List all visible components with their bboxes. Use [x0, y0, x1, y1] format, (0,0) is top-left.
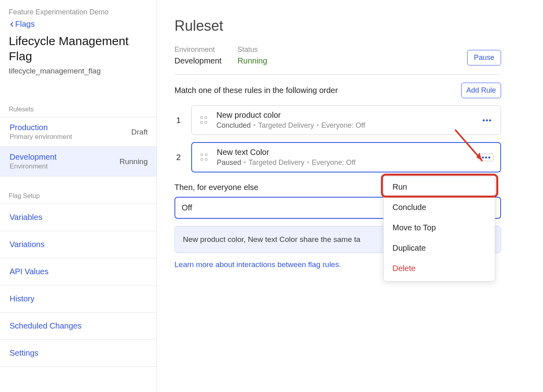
rule-index: 2: [174, 142, 182, 172]
more-icon: [482, 156, 484, 158]
drag-handle-icon[interactable]: [198, 152, 210, 162]
nav-settings[interactable]: Settings: [0, 339, 157, 367]
svg-rect-6: [201, 158, 203, 160]
ruleset-status: Draft: [131, 128, 148, 137]
rule-more-button[interactable]: [480, 117, 494, 124]
nav-api-values[interactable]: API Values: [0, 258, 157, 285]
dropdown-delete[interactable]: Delete: [384, 258, 495, 279]
environment-value: Development: [174, 56, 222, 65]
rule-meta: Concluded•Targeted Delivery•Everyone: Of…: [216, 121, 365, 130]
page-title: Ruleset: [174, 18, 501, 34]
flag-setup-section-label: Flag Setup: [0, 188, 157, 204]
flag-key: lifecycle_management_flag: [9, 67, 148, 75]
dropdown-duplicate[interactable]: Duplicate: [384, 238, 495, 258]
rule-name: New product color: [216, 111, 365, 120]
status-label: Status: [238, 46, 268, 54]
pause-button[interactable]: Pause: [467, 50, 501, 65]
rule-name: New text Color: [217, 148, 355, 157]
nav-history[interactable]: History: [0, 285, 157, 312]
rule-card[interactable]: New product color Concluded•Targeted Del…: [191, 105, 501, 135]
dropdown-run[interactable]: Run: [384, 177, 495, 197]
svg-rect-5: [205, 154, 207, 156]
back-to-flags-link[interactable]: Flags: [9, 20, 148, 29]
back-link-label: Flags: [15, 20, 35, 29]
ruleset-sub: Environment: [10, 162, 57, 170]
rulesets-section-label: Rulesets: [0, 102, 157, 117]
nav-variations[interactable]: Variations: [0, 231, 157, 258]
flag-title: Lifecycle Management Flag: [9, 34, 148, 63]
more-icon: [483, 119, 485, 121]
nav-scheduled-changes[interactable]: Scheduled Changes: [0, 312, 157, 339]
ruleset-item-production[interactable]: Production Primary environment Draft: [0, 117, 157, 147]
dropdown-move-to-top[interactable]: Move to Top: [384, 218, 495, 238]
svg-rect-3: [205, 121, 207, 123]
rule-meta: Paused•Targeted Delivery•Everyone: Off: [217, 158, 355, 167]
svg-rect-4: [201, 154, 203, 156]
svg-rect-0: [200, 117, 202, 119]
dropdown-conclude[interactable]: Conclude: [384, 197, 495, 218]
ruleset-item-development[interactable]: Development Environment Running: [0, 147, 157, 176]
rule-index: 1: [174, 105, 182, 135]
nav-variables[interactable]: Variables: [0, 204, 157, 231]
ruleset-sub: Primary environment: [10, 133, 72, 141]
rule-row: 2 New text Color Paused•Targeted Deliver…: [174, 142, 501, 172]
rule-card[interactable]: New text Color Paused•Targeted Delivery•…: [191, 142, 501, 172]
learn-more-link[interactable]: Learn more about interactions between fl…: [174, 260, 341, 269]
svg-rect-7: [205, 158, 207, 160]
svg-rect-1: [205, 117, 207, 119]
rule-row: 1 New product color Concluded•Targeted D…: [174, 105, 501, 135]
ruleset-name: Development: [10, 152, 57, 162]
chevron-left-icon: [9, 21, 15, 28]
drag-handle-icon[interactable]: [198, 115, 209, 125]
rule-actions-dropdown: Run Conclude Move to Top Duplicate Delet…: [383, 176, 495, 281]
sidebar: Feature Experimentation Demo Flags Lifec…: [0, 0, 157, 392]
ruleset-name: Production: [10, 123, 72, 132]
svg-rect-2: [200, 121, 202, 123]
add-rule-button[interactable]: Add Rule: [461, 83, 501, 98]
project-name: Feature Experimentation Demo: [9, 8, 148, 16]
rule-more-button[interactable]: [478, 154, 494, 161]
status-value: Running: [238, 56, 268, 65]
rules-header-text: Match one of these rules in the followin…: [174, 86, 338, 95]
environment-label: Environment: [174, 46, 222, 54]
ruleset-status: Running: [119, 157, 148, 166]
